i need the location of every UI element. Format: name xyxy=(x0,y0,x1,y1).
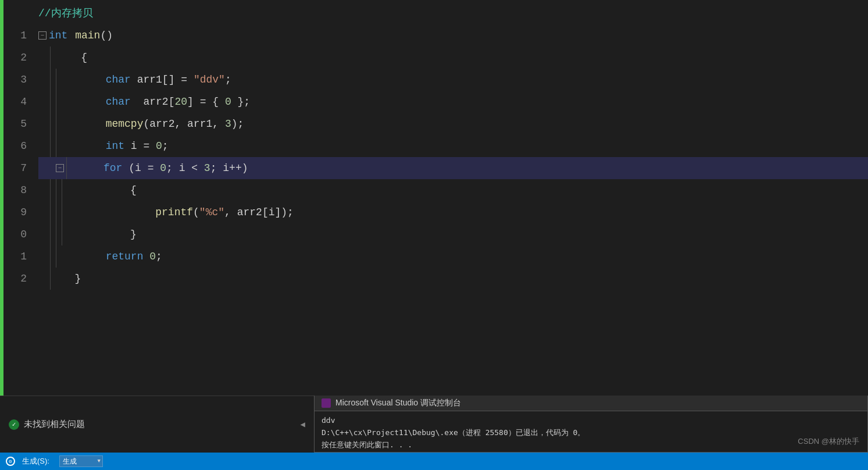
status-icon: ⚙ xyxy=(6,457,15,466)
line-num-8: 8 xyxy=(3,179,27,201)
debug-console-header: Microsoft Visual Studio 调试控制台 xyxy=(315,396,867,411)
code-line-comment: //内存拷贝 xyxy=(38,2,868,24)
debug-console-title: Microsoft Visual Studio 调试控制台 xyxy=(335,398,461,408)
comment-text: //内存拷贝 xyxy=(38,2,93,24)
status-bar: ⚙ 生成(S): 生成 重新生成 清理 ▼ xyxy=(0,453,868,470)
debug-console-panel: Microsoft Visual Studio 调试控制台 ddv D:\C++… xyxy=(314,396,868,453)
line-num-3: 3 xyxy=(3,69,27,91)
code-line-4: char arr2[ 20 ] = { 0 }; xyxy=(38,91,868,113)
code-line-9: printf ( "%c" , arr2[i]); xyxy=(38,201,868,223)
code-line-10: } xyxy=(38,223,868,245)
code-line-11: return 0 ; xyxy=(38,245,868,268)
code-line-7: − for (i = 0 ; i < 3 ; i++) xyxy=(38,157,868,179)
line-num-2: 2 xyxy=(3,47,27,69)
debug-output-line3: 按任意键关闭此窗口. . . xyxy=(322,439,860,451)
line-num-9: 9 xyxy=(3,201,27,223)
debug-output-line2: D:\C++\cx\Project11\Debug\.exe（进程 25580）… xyxy=(322,427,860,439)
status-left: ⚙ xyxy=(6,457,15,466)
notification-status-icon: ✓ xyxy=(9,419,19,430)
code-line-6: int i = 0 ; xyxy=(38,135,868,157)
line-num-12: 2 xyxy=(3,268,27,290)
code-line-1: − int main () xyxy=(38,24,868,47)
debug-console-body: ddv D:\C++\cx\Project11\Debug\.exe（进程 25… xyxy=(315,411,867,454)
build-select-wrapper[interactable]: 生成 重新生成 清理 ▼ xyxy=(59,455,103,467)
csdn-watermark: CSDN @林的快手 xyxy=(798,436,859,447)
notification-message: 未找到相关问题 xyxy=(24,419,85,430)
line-num-7: 7 xyxy=(3,157,27,179)
line-num-0 xyxy=(3,2,27,24)
keyword-int: int xyxy=(49,24,67,47)
code-line-5: memcpy (arr2, arr1, 3 ); xyxy=(38,113,868,135)
fn-main: main xyxy=(75,24,100,47)
fold-icon-for[interactable]: − xyxy=(56,164,64,172)
line-num-6: 6 xyxy=(3,135,27,157)
code-line-12: } xyxy=(38,268,868,290)
line-num-10: 0 xyxy=(3,223,27,245)
line-num-11: 1 xyxy=(3,245,27,268)
code-line-8: { xyxy=(38,179,868,201)
notification-arrow[interactable]: ◀ xyxy=(301,419,305,429)
vs-icon xyxy=(322,398,331,408)
notification-bar: ✓ 未找到相关问题 ◀ xyxy=(0,396,314,453)
editor-area: 1 2 3 4 5 6 7 8 9 0 1 2 //内存拷贝 − int mai… xyxy=(0,0,868,396)
debug-output-line1: ddv xyxy=(322,415,860,427)
line-num-1: 1 xyxy=(3,24,27,47)
code-line-2: { xyxy=(38,47,868,69)
fold-icon-main[interactable]: − xyxy=(38,31,47,40)
code-line-3: char arr1[] = "ddv" ; xyxy=(38,69,868,91)
line-num-5: 5 xyxy=(3,113,27,135)
line-num-4: 4 xyxy=(3,91,27,113)
code-editor[interactable]: //内存拷贝 − int main () { char arr1[] = "dd… xyxy=(33,0,868,396)
csdn-watermark-text: CSDN @林的快手 xyxy=(798,437,859,446)
line-numbers: 1 2 3 4 5 6 7 8 9 0 1 2 xyxy=(3,0,33,396)
status-build-label: 生成(S): xyxy=(22,456,49,467)
build-dropdown[interactable]: 生成 重新生成 清理 xyxy=(59,455,103,467)
